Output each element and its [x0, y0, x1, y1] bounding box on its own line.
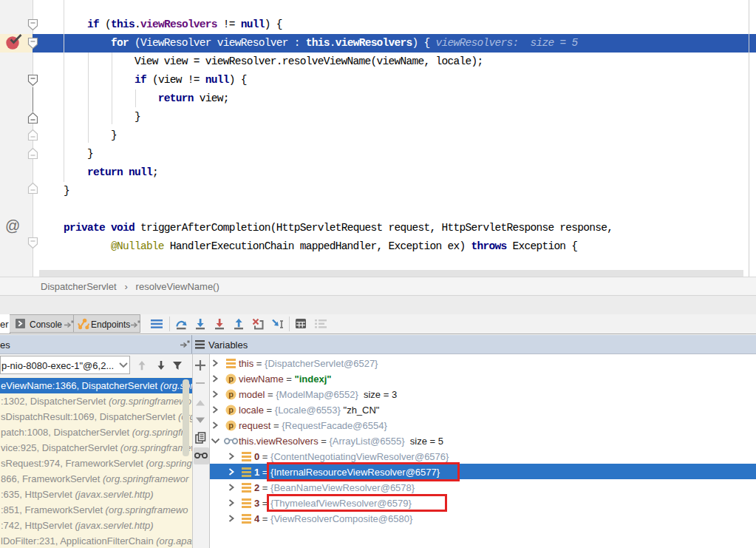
svg-text:p: p [228, 405, 234, 414]
svg-text:p: p [228, 390, 234, 399]
svg-text:p: p [228, 421, 234, 430]
svg-text:p: p [228, 374, 234, 383]
